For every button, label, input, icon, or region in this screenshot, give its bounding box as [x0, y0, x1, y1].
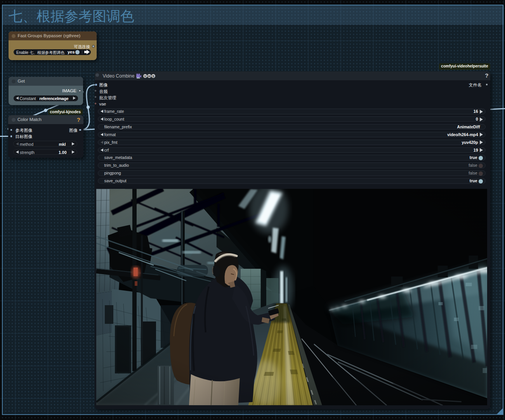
- svg-text:V: V: [144, 74, 146, 78]
- svg-text:S: S: [152, 74, 154, 78]
- svg-text:H: H: [148, 74, 150, 78]
